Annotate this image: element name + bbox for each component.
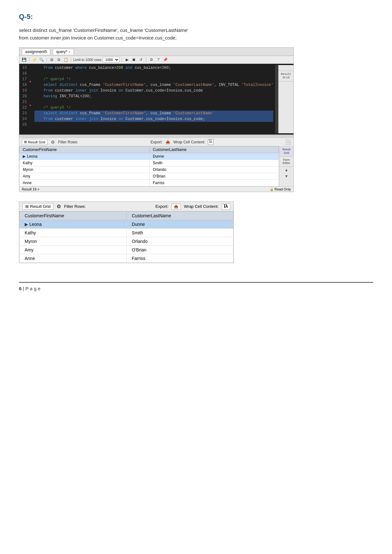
- table-row-first-name[interactable]: Anne: [20, 180, 150, 186]
- table-row-last-name[interactable]: Smith: [149, 160, 279, 166]
- run-icon[interactable]: ⚡: [32, 57, 37, 63]
- result-status-text: Result 19 ×: [22, 187, 39, 191]
- stop-icon[interactable]: ⏹: [131, 57, 137, 63]
- footer-page-number: 6: [19, 286, 21, 291]
- result-grid-label: Result Grid: [28, 140, 45, 144]
- wb-result-right-panel: ResultGrid FormEditor ▲ ▼: [279, 146, 293, 186]
- right-panel-result-grid[interactable]: ResultGrid: [279, 71, 293, 81]
- table-row-first-name[interactable]: Amy: [20, 173, 150, 180]
- right-panel-toggle[interactable]: □: [286, 140, 291, 145]
- enlarged-row-last-name[interactable]: O'Brian: [127, 246, 233, 254]
- wb-result-toolbar: ⊞ Result Grid ⚙ Filter Rows: Export: 📤 W…: [19, 138, 293, 146]
- wb-toolbar: 💾 ⚡ 🔍 ⊞ ⧉ 📋 Limit to 1000 rows 1000 500 …: [19, 56, 293, 64]
- enlarged-export-label: Export:: [155, 204, 168, 209]
- collapse-icon[interactable]: □: [279, 65, 293, 71]
- paste-icon[interactable]: 📋: [63, 57, 69, 63]
- enlarged-row-first-name[interactable]: Anne: [20, 254, 127, 263]
- description: select distinct cus_fname 'CustomerFirst…: [19, 27, 373, 42]
- wb-bullet-col: ● ●: [29, 65, 33, 133]
- refresh-icon[interactable]: ↺: [138, 57, 144, 63]
- enlarged-result-grid-btn[interactable]: ⊞ Result Grid: [22, 203, 53, 210]
- grid-icon[interactable]: ⊞: [49, 57, 55, 63]
- desc-line2: from customer inner join Invoice on Cust…: [19, 35, 177, 40]
- table-row-last-name[interactable]: Farriss: [149, 180, 279, 186]
- limit-label: Limit to 1000 rows: [73, 58, 101, 62]
- copy-icon[interactable]: ⧉: [56, 57, 62, 63]
- wb-right-panel: □ ResultGrid: [278, 65, 293, 133]
- wb-scrollbar[interactable]: [275, 65, 278, 133]
- table-row-last-name[interactable]: Orlando: [149, 166, 279, 173]
- enlarged-result-table: CustomerFirstName CustomerLastName Leona…: [19, 211, 233, 263]
- enlarged-row-first-name[interactable]: Amy: [20, 246, 127, 254]
- enlarged-result-section: ⊞ Result Grid ⚙ Filter Rows: Export: 📤 W…: [19, 202, 234, 263]
- scroll-up-btn[interactable]: ▲: [279, 167, 293, 173]
- wb-tab-query-label: query*: [56, 50, 67, 54]
- wb-toolbar-sep4: [122, 57, 122, 62]
- enlarged-filter-icon[interactable]: ⚙: [57, 203, 61, 209]
- pin-icon[interactable]: 📌: [162, 57, 168, 63]
- enlarged-row-first-name[interactable]: Leona: [20, 220, 127, 229]
- wb-tab-close-icon[interactable]: ×: [69, 50, 70, 54]
- enlarged-wrap-label: Wrap Cell Content:: [184, 204, 219, 209]
- wb-toolbar-sep2: [46, 57, 47, 62]
- enlarged-row-last-name[interactable]: Farriss: [127, 254, 233, 263]
- enlarged-toolbar: ⊞ Result Grid ⚙ Filter Rows: Export: 📤 W…: [19, 202, 233, 211]
- wb-result-area: CustomerFirstName CustomerLastName Leona…: [19, 146, 293, 186]
- enlarged-row-last-name[interactable]: Dunne: [127, 220, 233, 229]
- wrap-label: Wrap Cell Content:: [173, 140, 205, 144]
- enlarged-col-header-first-name: CustomerFirstName: [20, 212, 127, 220]
- page-container: Q-5: select distinct cus_fname 'Customer…: [19, 13, 373, 291]
- table-row-first-name[interactable]: Kathy: [20, 160, 150, 166]
- wb-line-numbers: 15 16 17 18 19 20 21 22 23 24 25: [19, 65, 29, 133]
- wrap-icon[interactable]: Ī͞A: [208, 139, 214, 145]
- wb-editor: 15 16 17 18 19 20 21 22 23 24 25 ●: [19, 64, 293, 135]
- enlarged-row-last-name[interactable]: Orlando: [127, 237, 233, 246]
- exec-icon[interactable]: ▶: [124, 57, 130, 63]
- table-row-first-name[interactable]: Myron: [20, 166, 150, 173]
- settings-icon[interactable]: ⚙: [148, 57, 154, 63]
- workbench-window: assignment5 query* × 💾 ⚡ 🔍 ⊞ ⧉ 📋 Limit t…: [19, 47, 294, 192]
- export-label: Export:: [151, 140, 163, 144]
- wb-toolbar-sep5: [146, 57, 146, 62]
- wb-toolbar-sep1: [29, 57, 29, 62]
- enlarged-filter-rows-label: Filter Rows:: [64, 204, 86, 209]
- search-icon[interactable]: 🔍: [39, 57, 44, 63]
- save-icon[interactable]: 💾: [21, 57, 27, 63]
- filter-icon[interactable]: ⚙: [50, 139, 56, 145]
- enlarged-row-last-name[interactable]: Smith: [127, 229, 233, 237]
- enlarged-row-first-name[interactable]: Myron: [20, 237, 127, 246]
- wb-hscrollbar[interactable]: [19, 135, 293, 138]
- wb-code: from customer where cus_balance>200 and …: [33, 65, 275, 133]
- col-header-first-name: CustomerFirstName: [20, 147, 150, 153]
- enlarged-grid-icon: ⊞: [25, 204, 29, 209]
- table-row-last-name[interactable]: O'Brian: [149, 173, 279, 180]
- wb-status-bar: Result 19 × 🔒 Read Only: [19, 186, 293, 192]
- enlarged-wrap-btn[interactable]: Ī͞A: [222, 203, 230, 210]
- wb-tab-query[interactable]: query* ×: [53, 49, 74, 55]
- desc-line1: select distinct cus_fname 'CustomerFirst…: [19, 27, 188, 33]
- form-editor-right-btn[interactable]: FormEditor: [279, 157, 293, 167]
- result-grid-icon: ⊞: [24, 140, 27, 144]
- wb-tab-assignment[interactable]: assignment5: [22, 49, 50, 55]
- read-only-icon: 🔒: [270, 188, 274, 191]
- limit-select[interactable]: 1000 500: [103, 57, 119, 63]
- wb-title-bar: assignment5 query* ×: [19, 48, 293, 56]
- page-footer: 6 | P a g e: [19, 282, 373, 291]
- table-row-last-name[interactable]: Dunne: [149, 153, 279, 160]
- help-icon[interactable]: ?: [155, 57, 161, 63]
- result-status[interactable]: Result 19 ×: [22, 187, 39, 191]
- wb-toolbar-sep3: [71, 57, 71, 62]
- read-only-label: Read Only: [274, 187, 291, 191]
- result-grid-right-btn[interactable]: ResultGrid: [279, 146, 293, 157]
- result-grid-button[interactable]: ⊞ Result Grid: [22, 139, 47, 145]
- enlarged-export-btn[interactable]: 📤: [172, 203, 181, 210]
- wb-result-table: CustomerFirstName CustomerLastName Leona…: [19, 146, 279, 186]
- table-row-first-name[interactable]: Leona: [20, 153, 150, 160]
- enlarged-row-first-name[interactable]: Kathy: [20, 229, 127, 237]
- scroll-down-btn[interactable]: ▼: [279, 173, 293, 179]
- enlarged-result-grid-label: Result Grid: [30, 204, 51, 209]
- filter-rows-label: Filter Rows:: [58, 140, 78, 144]
- export-icon[interactable]: 📤: [165, 139, 171, 145]
- page-title: Q-5:: [19, 13, 373, 21]
- enlarged-col-header-last-name: CustomerLastName: [127, 212, 233, 220]
